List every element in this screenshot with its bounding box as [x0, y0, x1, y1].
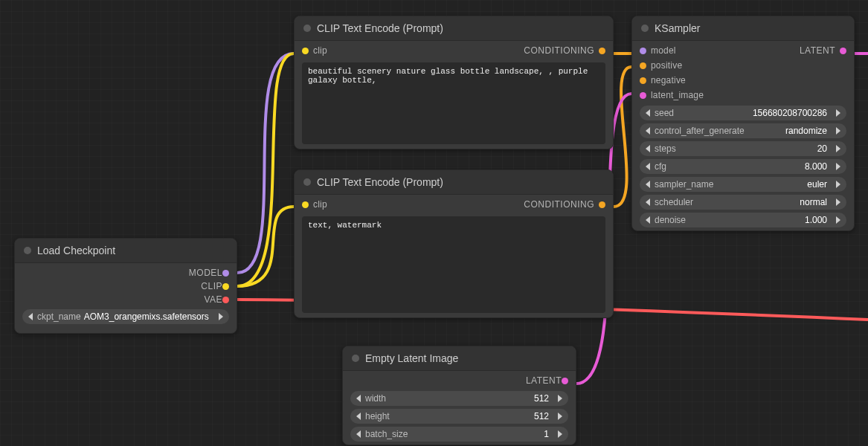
param-width[interactable]: width512	[350, 391, 568, 406]
prev-arrow-icon[interactable]	[646, 127, 650, 135]
param-label: steps	[655, 143, 676, 154]
input-clip[interactable]: clip	[302, 45, 327, 56]
prev-arrow-icon[interactable]	[646, 109, 650, 117]
param-label: cfg	[655, 161, 666, 172]
port-dot-model-icon[interactable]	[222, 270, 229, 277]
node-header[interactable]: CLIP Text Encode (Prompt)	[295, 170, 613, 195]
port-dot-clip-icon[interactable]	[302, 201, 309, 208]
prev-arrow-icon[interactable]	[28, 313, 33, 320]
param-value: randomize	[749, 126, 827, 136]
output-latent[interactable]: LATENT	[343, 371, 576, 388]
param-label: seed	[655, 108, 674, 118]
input-latent-image[interactable]: latent_image	[640, 90, 704, 100]
output-conditioning[interactable]: CONDITIONING	[524, 199, 605, 210]
prompt-textarea[interactable]: beautiful scenery nature glass bottle la…	[302, 62, 605, 144]
next-arrow-icon[interactable]	[836, 109, 840, 117]
param-value: 512	[394, 411, 549, 421]
param-height[interactable]: height512	[350, 409, 568, 424]
next-arrow-icon[interactable]	[836, 163, 840, 170]
next-arrow-icon[interactable]	[836, 181, 840, 188]
collapse-dot-icon[interactable]	[303, 25, 311, 32]
node-ksampler[interactable]: KSampler model LATENT positive negative …	[631, 16, 855, 231]
prev-arrow-icon[interactable]	[646, 181, 650, 188]
port-dot-conditioning-icon[interactable]	[599, 48, 605, 54]
input-positive[interactable]: positive	[640, 60, 682, 71]
collapse-dot-icon[interactable]	[24, 247, 31, 254]
port-dot-clip-icon[interactable]	[302, 48, 309, 54]
param-label: denoise	[655, 215, 686, 225]
param-value: 1.000	[690, 215, 827, 225]
node-header[interactable]: CLIP Text Encode (Prompt)	[295, 16, 613, 41]
param-label: height	[365, 411, 390, 421]
input-negative[interactable]: negative	[640, 75, 686, 85]
node-title: CLIP Text Encode (Prompt)	[317, 176, 443, 188]
param-ckpt-name[interactable]: ckpt_name AOM3_orangemixs.safetensors	[22, 309, 229, 324]
input-model[interactable]: model	[640, 45, 676, 56]
node-title: Load Checkpoint	[37, 245, 115, 256]
port-dot-latent-icon[interactable]	[840, 48, 846, 54]
node-title: CLIP Text Encode (Prompt)	[317, 22, 443, 34]
node-empty-latent-image[interactable]: Empty Latent Image LATENT width512height…	[342, 346, 576, 445]
node-header[interactable]: Load Checkpoint	[15, 239, 237, 263]
param-label: width	[365, 393, 386, 404]
param-scheduler[interactable]: schedulernormal	[640, 195, 846, 210]
param-cfg[interactable]: cfg8.000	[640, 159, 846, 174]
node-header[interactable]: Empty Latent Image	[343, 346, 576, 371]
prev-arrow-icon[interactable]	[646, 163, 650, 170]
next-arrow-icon[interactable]	[836, 198, 840, 206]
next-arrow-icon[interactable]	[558, 413, 562, 420]
prev-arrow-icon[interactable]	[356, 430, 361, 438]
output-model[interactable]: MODEL	[15, 266, 237, 279]
input-clip[interactable]: clip	[302, 199, 327, 210]
node-title: KSampler	[655, 22, 700, 34]
next-arrow-icon[interactable]	[836, 127, 840, 135]
param-label: sampler_name	[655, 179, 713, 190]
param-control-after-generate[interactable]: control_after_generaterandomize	[640, 123, 846, 138]
port-dot-latent-icon[interactable]	[562, 378, 568, 384]
output-vae[interactable]: VAE	[15, 293, 237, 306]
node-title: Empty Latent Image	[365, 352, 458, 364]
param-batch-size[interactable]: batch_size1	[350, 427, 568, 442]
next-arrow-icon[interactable]	[558, 430, 562, 438]
next-arrow-icon[interactable]	[836, 216, 840, 224]
prompt-textarea[interactable]: text, watermark	[302, 216, 605, 313]
param-value: normal	[698, 197, 827, 207]
port-dot-conditioning-icon[interactable]	[599, 201, 605, 208]
node-clip-text-encode-negative[interactable]: CLIP Text Encode (Prompt) clip CONDITION…	[294, 169, 614, 318]
node-load-checkpoint[interactable]: Load Checkpoint MODEL CLIP VAE ckpt_name…	[14, 238, 237, 334]
param-value: 1	[412, 429, 549, 439]
port-dot-latent-icon[interactable]	[640, 92, 646, 99]
output-conditioning[interactable]: CONDITIONING	[524, 45, 605, 56]
port-dot-conditioning-icon[interactable]	[640, 77, 646, 84]
node-header[interactable]: KSampler	[632, 16, 854, 41]
param-sampler-name[interactable]: sampler_nameeuler	[640, 177, 846, 192]
port-dot-clip-icon[interactable]	[222, 283, 229, 290]
param-value: euler	[718, 179, 827, 190]
output-latent[interactable]: LATENT	[800, 45, 846, 56]
collapse-dot-icon[interactable]	[641, 25, 649, 32]
prev-arrow-icon[interactable]	[646, 216, 650, 224]
collapse-dot-icon[interactable]	[303, 178, 311, 186]
node-clip-text-encode-positive[interactable]: CLIP Text Encode (Prompt) clip CONDITION…	[294, 16, 614, 149]
prev-arrow-icon[interactable]	[356, 395, 361, 402]
param-denoise[interactable]: denoise1.000	[640, 213, 846, 227]
collapse-dot-icon[interactable]	[352, 355, 359, 362]
param-value: 8.000	[671, 161, 827, 172]
param-value: 512	[390, 393, 549, 404]
prev-arrow-icon[interactable]	[646, 145, 650, 152]
next-arrow-icon[interactable]	[836, 145, 840, 152]
param-steps[interactable]: steps20	[640, 141, 846, 156]
port-dot-model-icon[interactable]	[640, 48, 646, 54]
port-dot-vae-icon[interactable]	[222, 297, 229, 303]
port-dot-conditioning-icon[interactable]	[640, 62, 646, 69]
param-value: 156680208700286	[678, 108, 827, 118]
next-arrow-icon[interactable]	[219, 313, 223, 320]
param-label: batch_size	[365, 429, 408, 439]
prev-arrow-icon[interactable]	[646, 198, 650, 206]
next-arrow-icon[interactable]	[558, 395, 562, 402]
param-seed[interactable]: seed156680208700286	[640, 106, 846, 120]
prev-arrow-icon[interactable]	[356, 413, 361, 420]
param-label: control_after_generate	[655, 126, 745, 136]
param-value: 20	[681, 143, 827, 154]
output-clip[interactable]: CLIP	[15, 279, 237, 293]
